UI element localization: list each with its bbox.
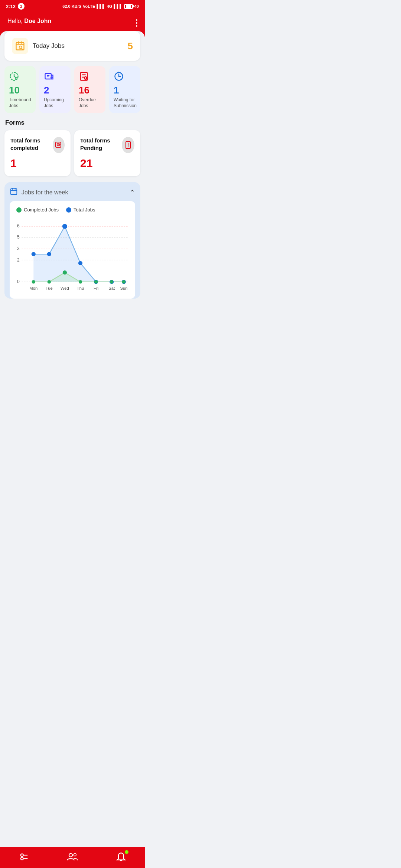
legend-completed: Completed Jobs (16, 207, 59, 213)
svg-text:6: 6 (17, 223, 20, 228)
svg-rect-8 (45, 73, 51, 79)
notification-count: 2 (18, 3, 25, 10)
status-left: 2:12 2 (6, 3, 25, 10)
day-label-sun: Sun (120, 286, 127, 291)
waiting-icon (114, 71, 137, 83)
legend-dot-total (66, 207, 71, 213)
stat-card-waiting[interactable]: 1 Waiting for Submission (109, 66, 140, 113)
timebound-number: 10 (9, 85, 32, 95)
greeting-text: Hello, (7, 18, 24, 24)
calendar-search-icon (15, 41, 25, 51)
stat-card-upcoming[interactable]: 2 Upcoming Jobs (39, 66, 71, 113)
day-label-wed: Wed (61, 286, 69, 291)
week-calendar-icon (10, 187, 18, 197)
svg-text:2: 2 (17, 257, 20, 263)
form-pending-count: 21 (80, 157, 134, 170)
completed-dot-sun (122, 280, 125, 283)
battery-icon (124, 4, 133, 9)
upcoming-label: Upcoming Jobs (44, 97, 67, 109)
stats-grid: 10 Timebound Jobs 2 Upcoming Jobs (4, 66, 140, 113)
svg-line-5 (22, 48, 23, 49)
dot-2 (136, 22, 137, 24)
time: 2:12 (6, 4, 16, 9)
main-content: Today Jobs 5 10 Timebound Jobs (0, 31, 145, 333)
more-options-button[interactable] (136, 18, 137, 27)
day-label-tue: Tue (46, 286, 53, 291)
user-name: Doe John (24, 18, 51, 24)
status-bar: 2:12 2 62.0 KB/S VoLTE ▌▌▌ 4G ▌▌▌ 40 (0, 0, 145, 12)
svg-point-7 (15, 77, 17, 80)
form-pending-icon (122, 137, 134, 153)
svg-point-17 (85, 79, 86, 79)
day-label-thu: Thu (77, 286, 84, 291)
form-completed-label: Total forms completed (10, 137, 53, 151)
form-card-completed[interactable]: Total forms completed 1 (4, 130, 71, 176)
today-jobs-card[interactable]: Today Jobs 5 (4, 31, 140, 61)
timebound-icon (9, 71, 32, 83)
speed: 62.0 KB/S (62, 4, 81, 9)
greeting-container: Hello, Doe John (7, 18, 51, 24)
week-chart-container: Completed Jobs Total Jobs 6 5 3 2 0 (10, 201, 135, 299)
status-right: 62.0 KB/S VoLTE ▌▌▌ 4G ▌▌▌ 40 (62, 4, 139, 9)
form-card-completed-header: Total forms completed (10, 137, 65, 153)
form-card-pending[interactable]: Total forms Pending 21 (74, 130, 140, 176)
dot-1 (136, 19, 137, 21)
legend-completed-label: Completed Jobs (24, 207, 59, 213)
completed-dot-fri (94, 280, 98, 283)
total-dot-tue (47, 252, 51, 256)
completed-dot-tue (48, 280, 51, 283)
total-dot-mon (32, 252, 36, 256)
svg-text:0: 0 (17, 279, 20, 284)
week-chart-title: Jobs for the week (22, 189, 68, 196)
completed-dot-mon (32, 280, 35, 283)
upcoming-icon (44, 71, 67, 83)
signal-bars: ▌▌▌ (97, 4, 105, 9)
today-jobs-label: Today Jobs (33, 42, 65, 50)
form-card-pending-header: Total forms Pending (80, 137, 134, 153)
completed-dot-wed (63, 270, 67, 274)
chart-legend: Completed Jobs Total Jobs (13, 207, 131, 213)
day-label-sat: Sat (108, 286, 115, 291)
completed-dot-thu (79, 280, 82, 283)
network-4g: 4G (107, 4, 113, 9)
stat-card-timebound[interactable]: 10 Timebound Jobs (4, 66, 36, 113)
forms-grid: Total forms completed 1 Total forms Pend… (4, 130, 140, 176)
overdue-number: 16 (79, 85, 102, 95)
signal-bars-2: ▌▌▌ (114, 4, 122, 9)
week-header: Jobs for the week ⌃ (10, 187, 135, 197)
form-completed-count: 1 (10, 157, 65, 170)
legend-total-label: Total Jobs (74, 207, 95, 213)
today-jobs-count: 5 (128, 40, 133, 52)
svg-text:5: 5 (17, 234, 20, 240)
total-dot-wed (62, 224, 67, 229)
waiting-label: Waiting for Submission (114, 97, 137, 109)
waiting-number: 1 (114, 85, 137, 95)
network: VoLTE (83, 4, 95, 9)
forms-section-title: Forms (4, 119, 140, 126)
timebound-label: Timebound Jobs (9, 97, 32, 109)
week-collapse-button[interactable]: ⌃ (130, 188, 135, 197)
completed-dot-sat (110, 280, 113, 283)
week-section: Jobs for the week ⌃ Completed Jobs Total… (4, 182, 140, 299)
week-chart-svg: 6 5 3 2 0 (13, 217, 131, 293)
overdue-icon (79, 71, 102, 83)
day-label-fri: Fri (94, 286, 98, 291)
total-dot-thu (78, 261, 82, 265)
today-jobs-left: Today Jobs (12, 38, 65, 54)
svg-point-24 (128, 146, 128, 147)
day-label-mon: Mon (29, 286, 38, 291)
svg-text:3: 3 (17, 246, 20, 251)
form-pending-label: Total forms Pending (80, 137, 122, 151)
form-completed-icon (53, 137, 65, 153)
svg-rect-25 (11, 189, 17, 195)
battery-level: 40 (134, 4, 139, 9)
overdue-label: Overdue Jobs (79, 97, 102, 109)
dot-3 (136, 25, 137, 27)
stat-card-overdue[interactable]: 16 Overdue Jobs (74, 66, 105, 113)
week-header-left: Jobs for the week (10, 187, 68, 197)
legend-dot-completed (16, 207, 22, 213)
legend-total: Total Jobs (66, 207, 95, 213)
today-jobs-icon (12, 38, 28, 54)
upcoming-number: 2 (44, 85, 67, 95)
